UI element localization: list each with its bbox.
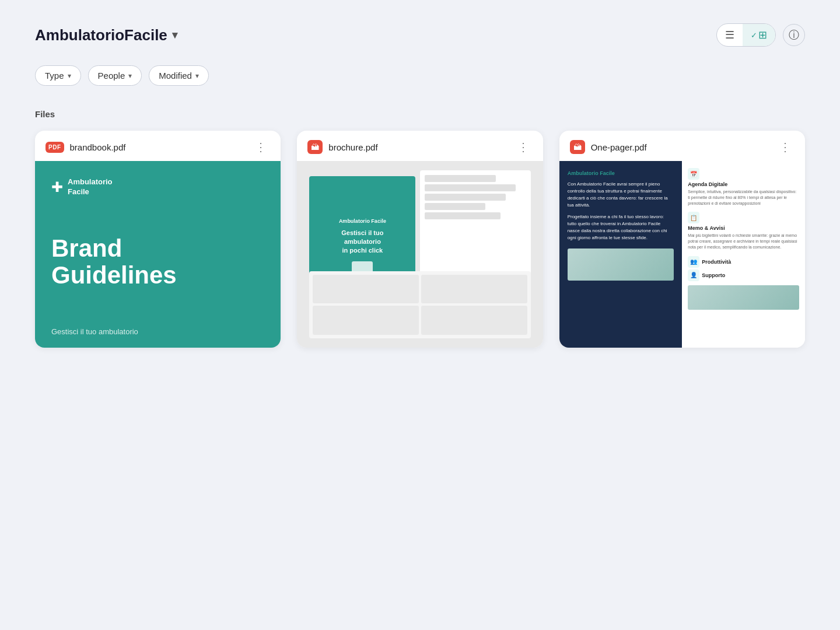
onepager-text2: Progettato insieme a chi fa il tuo stess… [568,214,674,242]
file-card-brochure: 🏔 brochure.pdf ⋮ Ambulatorio Facile Gest… [297,131,542,348]
brochure-bottom-1 [313,275,419,304]
brochure-tagline: Gestisci il tuoambulatorioin pochi click [341,229,383,256]
onepager-extra-sections: 👥 Produttività 👤 Supporto [688,256,799,310]
brandbook-title: BrandGuidelines [51,235,177,289]
onepager-photo [568,249,674,281]
files-grid: PDF brandbook.pdf ⋮ ✚ AmbulatorioFacile … [35,131,805,348]
grid-view-button[interactable]: ✓ ⊞ [743,24,775,46]
file-name-brochure: brochure.pdf [328,142,377,152]
grid-icon: ⊞ [758,29,767,41]
pdf-icon-brandbook: PDF [46,142,64,153]
more-button-brochure[interactable]: ⋮ [514,140,533,154]
onepager-section-memo: 📋 Memo & Avvisi Mai più bigliettini vola… [688,212,799,250]
file-name-onepager: One-pager.pdf [591,142,647,152]
filter-people-chevron: ▾ [128,72,132,80]
info-icon: ⓘ [789,28,799,42]
file-card-header-onepager: 🏔 One-pager.pdf ⋮ [559,131,805,161]
file-info-brandbook: PDF brandbook.pdf [46,142,125,153]
thumbnail-onepager[interactable]: Ambulatorio Facile Con Ambulatorio Facil… [559,161,805,348]
memo-title: Memo & Avvisi [688,225,799,231]
main-container: AmbulatorioFacile ▾ ☰ ✓ ⊞ ⓘ Type ▾ [0,0,840,630]
onepager-left-panel: Ambulatorio Facile Con Ambulatorio Facil… [559,161,682,348]
filter-modified-button[interactable]: Modified ▾ [149,65,209,86]
agenda-title: Agenda Digitale [688,181,799,187]
header: AmbulatorioFacile ▾ ☰ ✓ ⊞ ⓘ [35,23,805,47]
memo-body: Mai più bigliettini volanti o richieste … [688,233,799,250]
supporto-icon: 👤 [688,270,699,281]
brochure-logo: Ambulatorio Facile [339,218,386,224]
brochure-bottom-4 [421,306,527,335]
brandbook-subtitle: Gestisci il tuo ambulatorio [51,327,138,336]
onepager-right-panel: 📅 Agenda Digitale Semplice, intuitiva, p… [682,161,805,348]
info-button[interactable]: ⓘ [783,24,805,46]
onepager-section-agenda: 📅 Agenda Digitale Semplice, intuitiva, p… [688,168,799,206]
file-info-onepager: 🏔 One-pager.pdf [570,140,647,154]
list-icon: ☰ [725,29,734,41]
list-view-button[interactable]: ☰ [717,24,743,46]
app-title-chevron: ▾ [172,29,177,41]
brochure-line-5 [425,212,501,219]
agenda-icon: 📅 [688,168,699,180]
filters-bar: Type ▾ People ▾ Modified ▾ [35,65,805,86]
onepager-brand-link: Ambulatorio Facile [568,170,674,176]
file-card-onepager: 🏔 One-pager.pdf ⋮ Ambulatorio Facile Con… [559,131,805,348]
file-card-brandbook: PDF brandbook.pdf ⋮ ✚ AmbulatorioFacile … [35,131,281,348]
produttivita-icon: 👥 [688,256,699,268]
header-actions: ☰ ✓ ⊞ ⓘ [716,23,805,47]
img-icon-onepager: 🏔 [570,140,585,154]
onepager-supporto: 👤 Supporto [688,270,799,281]
filter-type-button[interactable]: Type ▾ [35,65,81,86]
brochure-line-2 [425,184,516,191]
brochure-line-4 [425,203,485,210]
file-card-header-brochure: 🏔 brochure.pdf ⋮ [297,131,542,161]
filter-modified-chevron: ▾ [195,72,199,80]
brochure-bottom-3 [313,306,419,335]
app-title-text: AmbulatorioFacile [35,26,167,44]
filter-type-chevron: ▾ [68,72,71,80]
memo-icon: 📋 [688,212,699,223]
file-name-brandbook: brandbook.pdf [70,142,126,152]
logo-cross-icon: ✚ [51,179,63,195]
check-icon: ✓ [751,31,757,40]
onepager-produttivita: 👥 Produttività [688,256,799,268]
brochure-line-3 [425,194,506,201]
filter-people-label: People [98,71,125,80]
brochure-bottom-2 [421,275,527,304]
filter-people-button[interactable]: People ▾ [88,65,142,86]
more-button-brandbook[interactable]: ⋮ [251,140,270,154]
filter-modified-label: Modified [159,71,192,80]
brochure-bottom-panels [309,271,530,338]
file-info-brochure: 🏔 brochure.pdf [307,140,377,154]
files-section-label: Files [35,109,805,119]
onepager-photo-2 [688,285,799,310]
brandbook-logo: ✚ AmbulatorioFacile [51,177,113,197]
thumbnail-brochure[interactable]: Ambulatorio Facile Gestisci il tuoambula… [297,161,542,348]
img-icon-brochure: 🏔 [307,140,323,154]
more-button-onepager[interactable]: ⋮ [776,140,794,154]
view-toggle: ☰ ✓ ⊞ [716,23,776,47]
file-card-header-brandbook: PDF brandbook.pdf ⋮ [35,131,281,161]
app-title[interactable]: AmbulatorioFacile ▾ [35,26,177,44]
thumbnail-brandbook[interactable]: ✚ AmbulatorioFacile BrandGuidelines Gest… [35,161,281,348]
produttivita-title: Produttività [702,259,731,265]
filter-type-label: Type [45,71,64,80]
onepager-text1: Con Ambulatorio Facile avrai sempre il p… [568,181,674,209]
agenda-body: Semplice, intuitiva, personalizzabile da… [688,189,799,206]
logo-text: AmbulatorioFacile [68,177,113,197]
brochure-collage: Ambulatorio Facile Gestisci il tuoambula… [309,170,530,338]
supporto-title: Supporto [702,272,725,278]
brochure-line-1 [425,175,496,182]
